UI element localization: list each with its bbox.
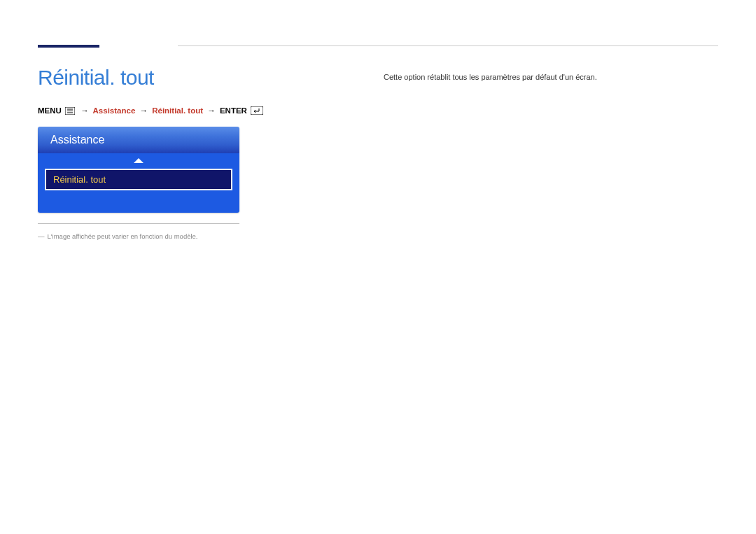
enter-icon [251, 106, 263, 116]
horizontal-rule [178, 45, 718, 46]
breadcrumb: MENU → Assistance → Réinitial. tout → EN… [38, 106, 265, 116]
accent-bar [38, 45, 99, 48]
enter-label: ENTER [220, 106, 247, 115]
menu-panel: Assistance Réinitial. tout [38, 127, 239, 213]
chevron-up-icon [134, 158, 144, 163]
description-text: Cette option rétablit tous les paramètre… [384, 73, 597, 81]
page-title: Réinitial. tout [38, 66, 154, 90]
breadcrumb-arrow: → [80, 106, 89, 115]
divider [38, 223, 239, 224]
breadcrumb-arrow: → [140, 106, 148, 115]
panel-header: Assistance [38, 127, 239, 153]
menu-icon [65, 107, 75, 116]
menu-label: MENU [38, 106, 62, 115]
disclaimer-text: L'image affichée peut varier en fonction… [48, 232, 198, 240]
breadcrumb-path-assistance: Assistance [93, 106, 136, 115]
disclaimer: ―L'image affichée peut varier en fonctio… [38, 232, 198, 240]
breadcrumb-arrow: → [207, 106, 216, 115]
menu-item-reinitial-tout[interactable]: Réinitial. tout [45, 169, 232, 190]
panel-body: Réinitial. tout [38, 167, 239, 213]
svg-rect-4 [251, 106, 263, 115]
breadcrumb-path-reinitial: Réinitial. tout [152, 106, 203, 115]
scroll-up-button[interactable] [38, 153, 239, 167]
dash-icon: ― [38, 232, 45, 240]
